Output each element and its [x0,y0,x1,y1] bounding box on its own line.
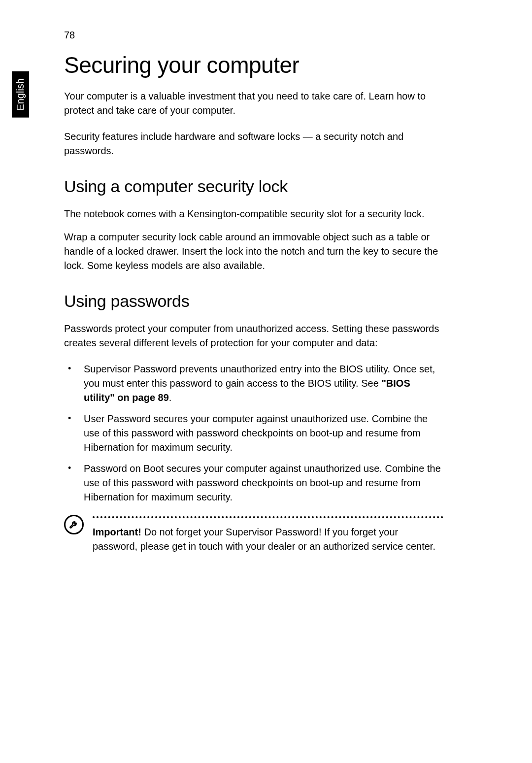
passwords-intro: Passwords protect your computer from una… [64,322,443,350]
list-item: Password on Boot secures your computer a… [64,462,443,504]
bullet-text: User Password secures your computer agai… [84,413,428,453]
intro-paragraph-2: Security features include hardware and s… [64,130,443,158]
security-lock-p2: Wrap a computer security lock cable arou… [64,230,443,273]
security-lock-p1: The notebook comes with a Kensington-com… [64,207,443,221]
section-heading-security-lock: Using a computer security lock [64,177,443,196]
bullet-text: Password on Boot secures your computer a… [84,463,441,502]
note-content: Important! Do not forget your Supervisor… [93,516,443,554]
bullet-text-post: . [169,392,172,403]
important-note-block: Important! Do not forget your Supervisor… [64,516,443,554]
list-item: Supervisor Password prevents unauthorize… [64,362,443,405]
page-content: Securing your computer Your computer is … [64,52,443,554]
intro-paragraph-1: Your computer is a valuable investment t… [64,89,443,118]
wrench-icon [64,515,84,534]
note-text: Important! Do not forget your Supervisor… [93,525,443,554]
page-number: 78 [64,30,75,41]
note-label: Important! [93,527,141,537]
dotted-separator [93,516,443,518]
language-tab: English [12,71,29,118]
note-body: Do not forget your Supervisor Password! … [93,527,435,552]
passwords-bullet-list: Supervisor Password prevents unauthorize… [64,362,443,504]
list-item: User Password secures your computer agai… [64,412,443,455]
page-title: Securing your computer [64,52,443,78]
section-heading-passwords: Using passwords [64,292,443,311]
